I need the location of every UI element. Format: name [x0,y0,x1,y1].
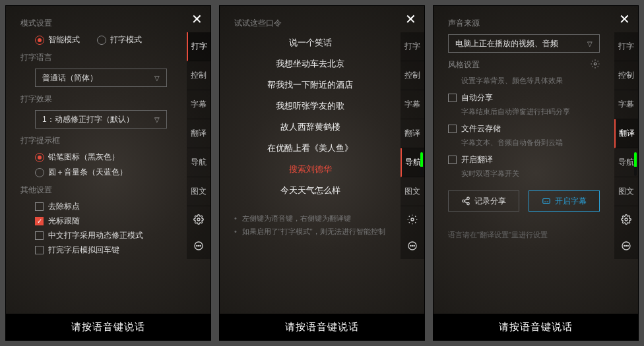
close-icon[interactable]: ✕ [405,11,416,27]
svg-point-17 [463,200,465,202]
select-value: 普通话（简体） [42,72,98,84]
checkbox-auto-share[interactable]: 自动分享 [448,92,600,103]
sidebar-item-nav[interactable]: 导航 [401,148,424,177]
radio-pencil-tip[interactable]: 铅笔图标（黑灰色） [35,152,172,163]
chevron-down-icon: ▽ [587,40,593,47]
svg-line-20 [465,202,467,203]
share-icon [461,196,470,206]
command-item[interactable]: 故人西辞黄鹤楼 [280,121,340,133]
select-language[interactable]: 普通话（简体） ▽ [35,69,167,87]
sidebar-item-translate[interactable]: 翻译 [187,119,210,148]
svg-point-18 [467,202,470,205]
command-item[interactable]: 我想听张学友的歌 [276,100,344,112]
checkbox-remove-punct[interactable]: 去除标点 [20,201,172,212]
svg-point-2 [197,245,197,246]
gear-icon[interactable] [591,59,600,71]
sidebar: 打字 控制 字幕 翻译 导航 图文 [187,32,210,259]
select-value: 1：动感修正打字（默认） [42,114,134,125]
command-item[interactable]: 帮我找一下附近的酒店 [267,79,353,91]
section-lang: 打字语言 [20,52,172,63]
chat-icon[interactable] [401,233,424,259]
language-note: 语言请在"翻译设置"里进行设置 [448,230,600,240]
chat-icon[interactable] [187,233,210,259]
checkbox-dynamic-fix[interactable]: 中文打字采用动态修正模式 [20,230,172,241]
svg-rect-21 [543,199,550,204]
radio-circle-tip[interactable]: 圆＋音量条（天蓝色） [35,167,172,178]
command-item[interactable]: 今天天气怎么样 [280,185,340,196]
close-icon[interactable]: ✕ [619,11,630,27]
select-effect[interactable]: 1：动感修正打字（默认） ▽ [35,110,167,129]
checkbox-label: 中文打字采用动态修正模式 [48,230,143,241]
checkbox-cursor-follow[interactable]: ✓光标跟随 [20,216,172,227]
sidebar-item-image[interactable]: 图文 [401,177,424,206]
checkbox-enable-translate[interactable]: 开启翻译 [448,154,600,165]
sidebar-item-subtitle[interactable]: 字幕 [614,90,638,119]
sidebar-item-nav[interactable]: 导航 [614,148,638,177]
footer-prompt: 请按语音键说话 [220,314,424,340]
auto-share-hint: 字幕结束后自动弹窗进行扫码分享 [448,107,600,117]
svg-point-8 [412,245,412,246]
tip-text: 左侧键为语音键，右侧键为翻译键 [234,212,386,225]
footer-prompt: 请按语音键说话 [6,314,210,340]
sidebar-item-control[interactable]: 控制 [187,61,210,90]
gear-icon[interactable] [187,206,210,233]
radio-label: 圆＋音量条（天蓝色） [48,167,127,178]
sidebar-item-type[interactable]: 打字 [401,32,424,61]
radio-type-mode[interactable]: 打字模式 [97,34,142,45]
svg-point-4 [200,245,201,246]
sidebar-item-translate[interactable]: 翻译 [614,119,638,148]
sidebar-item-image[interactable]: 图文 [614,177,638,206]
command-list: 说一个笑话 我想坐动车去北京 帮我找一下附近的酒店 我想听张学友的歌 故人西辞黄… [234,37,386,196]
command-item[interactable]: 我想坐动车去北京 [276,58,344,70]
svg-point-12 [624,245,625,246]
gear-icon[interactable] [401,206,424,233]
svg-point-16 [467,197,470,200]
section-other: 其他设置 [20,185,172,196]
panel-typing-settings: ✕ 打字 控制 字幕 翻译 导航 图文 模式设置 智能模式 打字模式 打字语言 … [5,5,211,341]
radio-label: 铅笔图标（黑灰色） [48,152,119,163]
panel-audio-source: ✕ 打字 控制 字幕 翻译 导航 图文 声音来源 电脑上正在播放的视频、音频 ▽… [433,5,639,341]
cloud-store-hint: 字幕文本、音频自动备份到云端 [448,138,600,148]
tip-text: 如果启用了"打字模式"，则无法进行智能控制 [234,225,386,239]
sidebar: 打字 控制 字幕 翻译 导航 图文 [614,32,638,259]
section-audio-source: 声音来源 [448,18,600,29]
chat-icon[interactable] [614,233,638,259]
checkbox-label: 自动分享 [461,92,493,103]
command-item-highlighted[interactable]: 搜索刘德华 [289,163,332,175]
button-label: 记录分享 [474,196,506,207]
sidebar-item-control[interactable]: 控制 [614,61,638,90]
sidebar-item-type[interactable]: 打字 [187,32,210,61]
checkbox-cloud-store[interactable]: 文件云存储 [448,123,600,134]
gear-icon[interactable] [614,206,638,233]
radio-smart-mode[interactable]: 智能模式 [35,34,80,45]
select-audio-source[interactable]: 电脑上正在播放的视频、音频 ▽ [448,34,600,53]
checkbox-label: 开启翻译 [461,154,493,165]
command-item[interactable]: 说一个笑话 [289,37,332,49]
sidebar-item-control[interactable]: 控制 [401,61,424,90]
sidebar-item-nav[interactable]: 导航 [187,148,210,177]
open-subtitle-button[interactable]: 开启字幕 [529,190,600,212]
svg-point-5 [411,218,414,221]
radio-label: 智能模式 [48,34,80,45]
sidebar-item-type[interactable]: 打字 [614,32,638,61]
sidebar-item-translate[interactable]: 翻译 [401,119,424,148]
svg-point-10 [625,218,628,221]
close-icon[interactable]: ✕ [191,11,203,27]
select-value: 电脑上正在播放的视频、音频 [455,38,558,49]
sidebar-item-image[interactable]: 图文 [187,177,210,206]
sidebar-item-subtitle[interactable]: 字幕 [187,90,210,119]
panel-commands: ✕ 打字 控制 字幕 翻译 导航 图文 试试这些口令 说一个笑话 我想坐动车去北… [219,5,425,341]
svg-point-7 [410,245,411,246]
checkbox-sim-enter[interactable]: 打完字后模拟回车键 [20,245,172,256]
share-record-button[interactable]: 记录分享 [448,190,519,212]
checkbox-label: 文件云存储 [461,123,501,134]
footer-prompt: 请按语音键说话 [434,314,638,340]
svg-point-15 [594,63,596,65]
subtitle-icon [542,196,551,206]
section-mode: 模式设置 [20,18,172,29]
sidebar-item-subtitle[interactable]: 字幕 [401,90,424,119]
command-item[interactable]: 在优酷上看《美人鱼》 [267,142,353,154]
checkbox-label: 去除标点 [48,201,80,212]
chevron-down-icon: ▽ [154,74,160,82]
vu-meter-icon [420,152,423,176]
